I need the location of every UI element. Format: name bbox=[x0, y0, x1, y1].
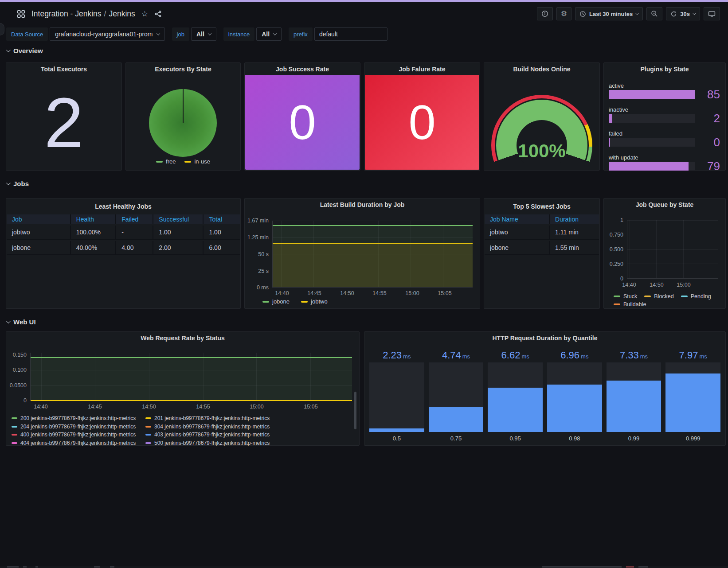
column-header[interactable]: Failed bbox=[116, 214, 153, 224]
legend-item[interactable]: 404 jenkins-b99778679-fhjkz:jenkins:http… bbox=[12, 440, 145, 446]
clock-icon bbox=[579, 11, 586, 17]
table-cell: jobtwo bbox=[485, 226, 550, 239]
table-cell: 1.00 bbox=[153, 226, 204, 239]
series-line-200 bbox=[31, 357, 352, 358]
column-header[interactable]: Total bbox=[204, 214, 240, 224]
panel-least-healthy-jobs: Least Healthy Jobs Job Health Failed Suc… bbox=[6, 198, 241, 309]
panel-title[interactable]: Latest Build Duration by Job bbox=[245, 198, 480, 211]
series-swatch bbox=[301, 301, 308, 303]
quantile-label: 0.98 bbox=[547, 432, 602, 442]
panel-title[interactable]: Job Queue by State bbox=[604, 198, 725, 211]
legend-item[interactable]: 403 jenkins-b99778679-fhjkz:jenkins:http… bbox=[145, 432, 347, 438]
legend-item[interactable]: jobtwo bbox=[301, 298, 328, 305]
legend-item[interactable]: in-use bbox=[184, 158, 210, 165]
bar-gauge-track bbox=[609, 162, 695, 171]
legend-item[interactable]: 304 jenkins-b99778679-fhjkz:jenkins:http… bbox=[145, 424, 347, 430]
quantile-value: 6.62ms bbox=[488, 350, 543, 362]
breadcrumb-current[interactable]: Jenkins bbox=[109, 9, 135, 18]
bar-gauge-track bbox=[488, 362, 543, 432]
series-swatch bbox=[12, 426, 17, 428]
legend-item[interactable]: Blocked bbox=[644, 293, 673, 300]
table-row: jobtwo 1.11 min bbox=[485, 226, 599, 240]
legend-item[interactable]: Buildable bbox=[614, 301, 646, 307]
x-axis-tick: 15:00 bbox=[674, 282, 693, 288]
job-variable-select[interactable]: All bbox=[191, 27, 216, 41]
section-jobs[interactable]: Jobs bbox=[6, 180, 29, 187]
panel-total-executors: Total Executors 2 bbox=[6, 62, 122, 171]
total-executors-value: 2 bbox=[6, 75, 121, 170]
column-header[interactable]: Job Name bbox=[485, 214, 550, 224]
kiosk-mode-button[interactable] bbox=[704, 7, 720, 20]
zoom-out-button[interactable] bbox=[646, 7, 662, 20]
section-web-ui[interactable]: Web UI bbox=[6, 318, 36, 326]
legend-item[interactable]: 204 jenkins-b99778679-fhjkz:jenkins:http… bbox=[12, 424, 145, 430]
panel-title[interactable]: Job Success Rate bbox=[245, 63, 360, 75]
refresh-button-group[interactable]: 30s bbox=[666, 7, 700, 20]
panel-info-button[interactable] bbox=[537, 7, 553, 20]
prefix-variable-input[interactable] bbox=[314, 27, 387, 41]
sidebar-drawer-handle[interactable] bbox=[0, 23, 4, 35]
bar-gauge-fill bbox=[488, 388, 543, 432]
series-swatch bbox=[681, 296, 688, 297]
datasource-variable-select[interactable]: grafanacloud-ryanggrafana01-prom bbox=[50, 27, 164, 41]
legend-label: 500 jenkins-b99778679-fhjkz:jenkins:http… bbox=[154, 440, 270, 446]
legend-scrollbar[interactable] bbox=[354, 392, 356, 429]
breadcrumb-parent[interactable]: Integration - Jenkins bbox=[31, 9, 102, 18]
panel-build-nodes-online: Build Nodes Online 100% bbox=[484, 62, 600, 171]
legend-item[interactable]: 500 jenkins-b99778679-fhjkz:jenkins:http… bbox=[145, 440, 347, 446]
legend-item[interactable]: 201 jenkins-b99778679-fhjkz:jenkins:http… bbox=[145, 415, 347, 421]
series-area-jobtwo bbox=[273, 243, 473, 288]
series-swatch bbox=[614, 296, 620, 297]
star-icon[interactable]: ☆ bbox=[141, 10, 148, 18]
panel-title[interactable]: Job Falure Rate bbox=[364, 63, 480, 75]
y-axis-tick: 25 s bbox=[245, 268, 269, 274]
dashboard-settings-button[interactable]: ⚙ bbox=[556, 7, 571, 20]
table-cell: jobtwo bbox=[7, 226, 71, 239]
section-web-ui-label: Web UI bbox=[13, 318, 36, 326]
job-queue-chart bbox=[627, 220, 718, 279]
dashboards-grid-icon[interactable] bbox=[17, 10, 25, 18]
legend-item[interactable]: 200 jenkins-b99778679-fhjkz:jenkins:http… bbox=[12, 415, 145, 421]
panel-title[interactable]: Total Executors bbox=[6, 63, 121, 75]
column-header[interactable]: Duration bbox=[550, 214, 599, 224]
legend-item[interactable]: Stuck bbox=[614, 293, 637, 300]
chevron-down-icon bbox=[273, 31, 277, 35]
info-icon bbox=[541, 10, 548, 17]
legend-item[interactable]: jobone bbox=[262, 298, 290, 305]
legend-item[interactable]: 400 jenkins-b99778679-fhjkz:jenkins:http… bbox=[12, 432, 145, 438]
instance-variable-label: instance bbox=[223, 27, 254, 41]
section-jobs-label: Jobs bbox=[13, 180, 29, 187]
panel-title[interactable]: Executors By State bbox=[126, 63, 240, 75]
panel-title[interactable]: HTTP Request Duration by Quantile bbox=[364, 332, 725, 344]
panel-title[interactable]: Web Request Rate by Status bbox=[6, 332, 359, 344]
section-overview[interactable]: Overview bbox=[6, 47, 43, 54]
legend-item[interactable]: Pending bbox=[681, 293, 711, 300]
column-header[interactable]: Job bbox=[7, 214, 71, 224]
panel-web-request-rate: Web Request Rate by Status 0.150 0.100 0… bbox=[6, 331, 360, 446]
bar-gauge-track bbox=[609, 138, 695, 147]
share-icon[interactable] bbox=[154, 10, 162, 18]
column-header[interactable]: Health bbox=[71, 214, 117, 224]
series-swatch bbox=[262, 301, 269, 303]
legend-label: in-use bbox=[194, 158, 210, 165]
table-row: jobone 40.00% 4.00 2.00 6.00 bbox=[7, 241, 240, 255]
table-row: jobtwo 100.00% - 1.00 1.00 bbox=[7, 226, 240, 240]
bar-gauge-track bbox=[607, 362, 661, 432]
series-line-jobtwo bbox=[273, 243, 473, 244]
legend-item[interactable]: free bbox=[156, 158, 176, 165]
panel-title[interactable]: Top 5 Slowest Jobs bbox=[484, 200, 599, 213]
panel-executors-by-state: Executors By State free in-use bbox=[125, 62, 241, 171]
time-range-picker[interactable]: Last 30 minutes bbox=[575, 7, 643, 20]
y-axis-tick: 0.100 bbox=[6, 367, 27, 373]
panel-title[interactable]: Build Nodes Online bbox=[484, 63, 599, 75]
quantile-label: 0.99 bbox=[607, 432, 661, 442]
panel-title[interactable]: Plugins by State bbox=[604, 63, 725, 75]
column-header[interactable]: Successful bbox=[153, 214, 204, 224]
legend-label: 200 jenkins-b99778679-fhjkz:jenkins:http… bbox=[20, 415, 136, 421]
bar-gauge-fill bbox=[609, 138, 610, 147]
quantile-column: 7.97ms 0.999 bbox=[665, 350, 720, 442]
instance-variable-select[interactable]: All bbox=[256, 27, 282, 41]
bottom-edge-artifact bbox=[0, 566, 728, 568]
panel-title[interactable]: Least Healthy Jobs bbox=[6, 200, 240, 213]
bar-gauge-fill bbox=[607, 381, 661, 432]
